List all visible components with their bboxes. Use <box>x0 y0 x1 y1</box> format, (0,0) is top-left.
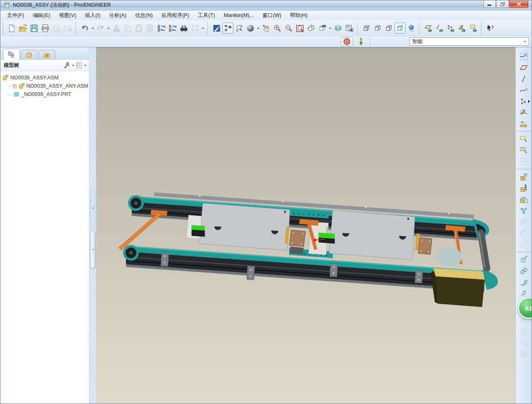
orient-mode-button[interactable] <box>305 22 317 34</box>
assemble-component-button[interactable] <box>517 171 530 182</box>
annotation-feature-button[interactable] <box>517 133 530 145</box>
revolve-tool-button[interactable] <box>517 265 530 276</box>
paste-special-button[interactable] <box>144 22 156 34</box>
datum-plane-button[interactable] <box>517 62 530 73</box>
appearance-gallery-button[interactable] <box>245 22 256 34</box>
style-tool-button[interactable] <box>517 51 530 62</box>
menu-window[interactable]: 窗口(W) <box>258 11 285 20</box>
tree-row[interactable]: NO0035_ASSY.ASM <box>1 74 88 82</box>
annotation-driven-button[interactable] <box>517 145 530 156</box>
sweep-tool-button[interactable] <box>517 276 530 288</box>
annotation-display-button[interactable] <box>468 22 479 34</box>
hidden-line-button[interactable] <box>372 22 383 34</box>
find-button[interactable] <box>178 22 189 34</box>
menu-insert[interactable]: 插入(I) <box>81 11 104 20</box>
no-hidden-button[interactable] <box>383 22 394 34</box>
saved-views-button[interactable]: AB <box>317 22 328 34</box>
folder-browser-tab[interactable] <box>21 50 37 60</box>
merge-tool-button[interactable] <box>517 325 530 337</box>
save-button[interactable] <box>28 22 40 34</box>
panel-scrollbar[interactable] <box>89 47 96 404</box>
menu-tools[interactable]: 工具(T) <box>194 11 219 20</box>
context-help-button[interactable]: ? <box>485 22 496 34</box>
tree-row[interactable]: +NO0035_ASSY_ANY.ASM <box>1 82 88 90</box>
undo-dropdown[interactable] <box>90 22 95 34</box>
open-file-button[interactable] <box>17 22 28 34</box>
close-button[interactable] <box>509 0 528 8</box>
shaded-button[interactable] <box>394 22 406 34</box>
paste-button[interactable] <box>133 22 144 34</box>
tree-filters-button[interactable] <box>63 62 71 69</box>
print-preview-button[interactable] <box>51 22 62 34</box>
selection-filter-combobox[interactable]: 智能 <box>409 37 529 46</box>
assemble-manikin-button[interactable] <box>517 182 530 194</box>
menu-file[interactable]: 文件(F) <box>3 11 28 20</box>
zoom-in-button[interactable] <box>272 22 283 34</box>
sketch-tool-button[interactable] <box>517 118 530 129</box>
undo-button[interactable] <box>79 22 90 34</box>
send-mail-button[interactable] <box>62 22 73 34</box>
tree-columns-dropdown[interactable] <box>83 60 87 71</box>
enhanced-realism-button[interactable] <box>406 22 417 34</box>
tree-columns-button[interactable] <box>75 62 83 69</box>
datum-curve-button[interactable] <box>517 84 530 96</box>
plane-display-button[interactable] <box>423 22 434 34</box>
datum-csys-button[interactable]: yzx <box>517 107 530 118</box>
csys-display-button[interactable]: yz <box>456 22 468 34</box>
round-tool-button[interactable] <box>517 227 530 239</box>
minimize-button[interactable] <box>483 0 496 8</box>
select-box-button[interactable] <box>189 22 200 34</box>
chain-pick-button[interactable] <box>222 22 233 34</box>
pick-region-button[interactable] <box>211 22 222 34</box>
toolbar-grip[interactable] <box>2 22 5 34</box>
menu-edit[interactable]: 编辑(E) <box>29 11 54 20</box>
cut-button[interactable] <box>111 22 122 34</box>
axis-display-button[interactable] <box>434 22 445 34</box>
zoom-out-button[interactable] <box>283 22 294 34</box>
tree-expander[interactable]: + <box>13 84 17 88</box>
regenerate-button[interactable] <box>156 22 167 34</box>
wireframe-button[interactable] <box>361 22 372 34</box>
extrude-tool-button[interactable] <box>517 254 530 265</box>
layers-button[interactable] <box>332 22 344 34</box>
stop-button[interactable] <box>341 37 353 47</box>
traffic-light-button[interactable] <box>356 37 366 47</box>
menu-manikin[interactable]: Manikin(M)... <box>220 11 258 20</box>
regenerate-custom-button[interactable] <box>167 22 178 34</box>
spin-center-button[interactable] <box>260 22 272 34</box>
menu-applications[interactable]: 应用程序(P) <box>157 11 193 20</box>
saved-views-dropdown[interactable] <box>328 22 332 34</box>
menu-help[interactable]: 帮助(H) <box>286 11 312 20</box>
copy-button[interactable] <box>122 22 133 34</box>
redo-dropdown[interactable] <box>106 22 111 34</box>
datum-point-button[interactable] <box>517 96 530 107</box>
new-file-button[interactable] <box>6 22 17 34</box>
menu-info[interactable]: 信息(N) <box>131 11 157 20</box>
trim-tool-button[interactable] <box>517 337 530 348</box>
hole-tool-button[interactable] <box>517 205 530 216</box>
tree-row[interactable]: _NO0035_ASSY.PRT <box>1 90 88 99</box>
refit-button[interactable] <box>294 22 305 34</box>
tree-item-label[interactable]: _NO0035_ASSY.PRT <box>21 91 71 97</box>
print-button[interactable] <box>40 22 51 34</box>
datum-axis-button[interactable] <box>517 73 530 84</box>
scrollbar-thumb[interactable] <box>90 230 95 269</box>
menu-analysis[interactable]: 分析(A) <box>105 11 131 20</box>
scrollbar-track-segment[interactable] <box>90 189 95 227</box>
tree-filters-dropdown[interactable] <box>71 60 75 71</box>
3d-viewport[interactable] <box>96 47 515 404</box>
chamfer-tool-button[interactable] <box>517 239 530 250</box>
menu-view[interactable]: 视图(V) <box>55 11 81 20</box>
restore-button[interactable] <box>496 0 509 8</box>
view-manager-button[interactable] <box>344 22 355 34</box>
point-display-button[interactable] <box>445 22 456 34</box>
appearance-gallery-dropdown[interactable] <box>256 22 260 34</box>
pattern-tool-button[interactable] <box>517 348 530 359</box>
select-box-dropdown[interactable] <box>200 22 205 34</box>
redo-button[interactable] <box>95 22 106 34</box>
flyout-arrow-icon[interactable] <box>528 100 532 103</box>
shell-tool-button[interactable] <box>517 216 530 227</box>
favorites-tab[interactable] <box>39 50 55 60</box>
model-tree-tab[interactable] <box>3 49 20 60</box>
tree-item-label[interactable]: NO0035_ASSY_ANY.ASM <box>27 83 88 89</box>
